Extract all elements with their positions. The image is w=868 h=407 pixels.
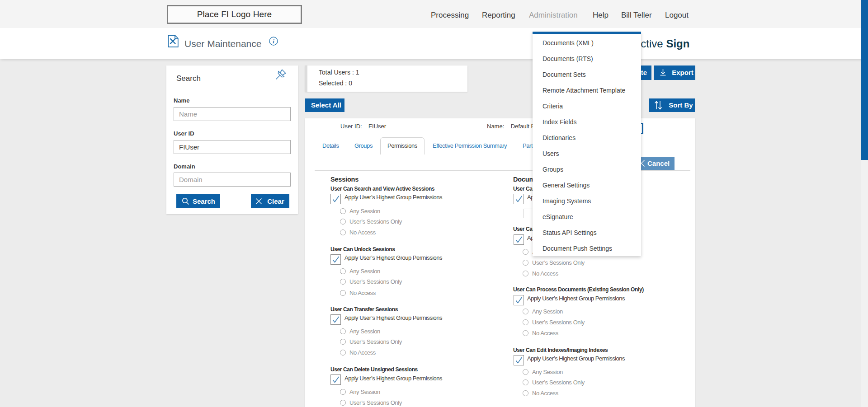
svg-text:i: i	[273, 38, 274, 45]
